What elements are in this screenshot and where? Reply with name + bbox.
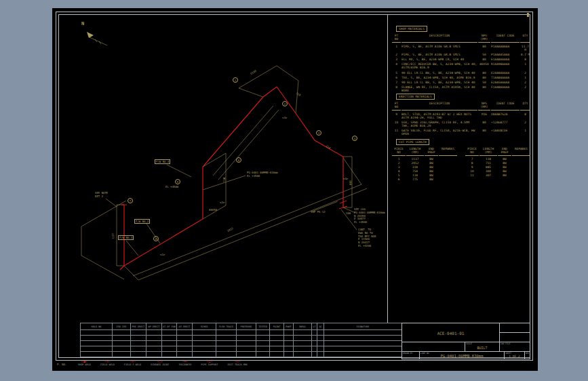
cell-piece-no: 4 [392,169,406,173]
revision-empty-cell [237,346,256,352]
revision-column-header: SIGNATURE [324,323,402,330]
revision-empty-cell [284,346,294,352]
table-row: 7118BW [465,157,530,161]
revision-column-header: PWHT [284,323,294,330]
column-header: NPS (MM) [478,34,490,42]
revision-empty-cell [324,336,402,341]
cell-remarks [439,174,457,177]
titleblock-cell [499,323,530,333]
cell-description: BOLT, STUD, ASTM A193-B7 W/ 2 HEX NUTS A… [401,113,477,119]
cell-remarks [512,174,530,177]
revision-empty-cell [146,330,162,336]
cell-nps: 80 [478,76,490,79]
legend-label: PIPE SUPPORT [201,363,218,366]
revision-empty-cell [256,336,270,341]
legend-label: THICKNESS [178,363,191,366]
revision-empty-cell [162,341,177,346]
legend-item: ─◇─EDIT TRACK MRK [227,360,248,366]
table-row: 1PIPE, S, BE, ASTM A106 GR.B SMLS80P1AAA… [392,45,529,52]
cell-remarks [439,169,457,173]
revision-empty-cell [312,341,317,346]
cell-nps: 80 [478,85,490,92]
legend-item: ─○─SCREWED JOINT [151,360,169,366]
column-header: PIECE NO [392,147,406,155]
cell-ident-code: E2AA8AAAAA [491,71,520,75]
revision-empty-cell [131,352,146,357]
revision-empty-cell [113,341,131,346]
cell-remarks [439,165,457,169]
cell-remarks [512,157,530,161]
cell-description: GSK, SPWD 316L/GRAPH, CL150 RF, 4.5MM TH… [401,121,477,127]
cell-nps: 80 [478,58,490,61]
drawing-number-cell: ACE-0401-01 [401,323,500,342]
revision-empty-cell [177,330,193,336]
cell-ident-code: E2AA5AAAAA [491,81,520,84]
revision-empty-cell [113,346,131,352]
cell-description: CONC/ECC REDUCER BW, S, A234-WPB, SCH 40… [401,62,477,69]
column-header: IDENT CODE [491,34,520,42]
cell-pt-no: 2 [392,53,401,56]
cell-piece-no: 9 [465,165,479,169]
revision-empty-cell [237,330,256,336]
cell-remarks [512,169,530,173]
table-row: 2PIPE, S, BE, ASTM A106 GR.B SMLS50P1AAA… [392,53,529,56]
cell-qty: 2 [520,71,530,75]
revision-empty-cell [162,352,177,357]
legend-item: ─⊥─PIPE SUPPORT [201,360,218,366]
table-header-row: PT NODESCRIPTIONNPS (MM)IDENT CODEQTY [392,34,529,43]
cell-length: 885 [479,165,497,169]
cell-qty: 2 [520,85,530,92]
table-row: 4CONC/ECC REDUCER BW, S, A234-WPB, SCH 4… [392,62,529,69]
cell-piece-no: 7 [465,157,479,161]
cell-pt-no: 8 [392,85,401,92]
cell-nps: M16 [478,113,490,119]
revision-empty-cell [294,352,312,357]
table-row: 6775BW [392,178,457,181]
legend-item: ─━─THICKNESS [178,360,191,366]
rev-cell: REV [524,351,530,359]
cell-pt-no: 11 [392,129,401,136]
cell-length: 300 [479,169,497,173]
scale-cell: SCALE BUILT [465,342,500,352]
cell-end-prep: BW [425,161,438,165]
cell-end-prep: BW [425,178,438,181]
sheet-cell: SHEET 1 OF 2 [504,351,525,359]
revision-empty-cell [131,341,146,346]
legend-label: EDIT TRACK MRK [227,363,248,366]
cell-end-prep: BW [425,165,438,169]
cell-qty: 11.7 M [520,45,530,52]
revision-empty-cell [312,352,317,357]
revision-status-strip: HOLD NOISO ISSPRE ERECTWP ERECTAT OF FAB… [80,323,402,357]
cell-end-prep: BW [498,157,511,161]
legend-label: FIELD WELD [100,363,115,366]
cell-description: PIPE, S, BE, ASTM A106 GR.B SMLS [401,53,477,56]
erection-materials-title: ERECTION MATERIALS [396,94,435,100]
table-row: 590 ELL LR CL BW, S, BE, A234-WPB, SCH 4… [392,71,529,75]
revision-column-header: AT OF FAB [162,323,177,330]
table-row: 8751BW [465,161,530,165]
revision-empty-cell [256,330,270,336]
table-row: 11307BW [465,174,530,177]
legend-label: FIELD F.WELD [124,363,141,366]
cell-pt-no: 1 [392,45,401,52]
revision-empty-cell [81,352,113,357]
table-header-row: PT NODESCRIPTIONNPS (MM)IDENT CODEQTY [392,102,529,111]
column-header: END PREP [498,147,511,155]
shop-materials-table: SHOP MATERIALS PT NODESCRIPTIONNPS (MM)I… [392,26,529,94]
legend-label: SHOP WELD [78,363,91,366]
revision-empty-cell [113,352,131,357]
revision-column-header: WP ERECT [146,323,162,330]
cell-end-prep: BW [425,157,438,161]
table-row: 10GSK, SPWD 316L/GRAPH, CL150 RF, 4.5MM … [392,121,529,127]
drawn-by-cell: DRAWN BY [401,351,420,359]
drawing-canvas[interactable]: N205275015003181148853001137EL +450080X5… [52,8,538,371]
legend-item: ─●─SHOP WELD [78,360,91,366]
cad-file-cell: CAD FILE [499,342,530,352]
revision-empty-cell [256,352,270,357]
column-header: REMARKS [512,147,530,155]
cell-pt-no: 6 [392,76,401,79]
revision-empty-cell [284,330,294,336]
cell-ident-code: +12AG8777 [491,121,520,127]
revision-empty-cell [294,336,312,341]
cad-desktop: N205275015003181148853001137EL +450080X5… [0,0,588,381]
